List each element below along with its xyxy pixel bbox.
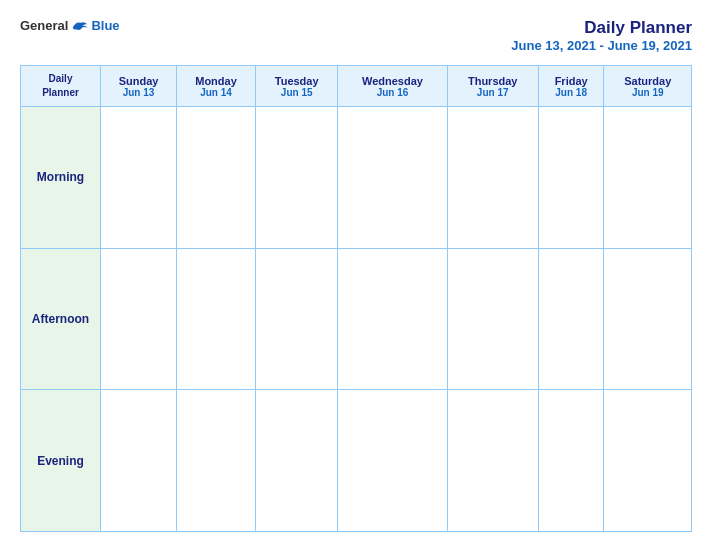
label-header-text: DailyPlanner [42, 73, 79, 98]
morning-label: Morning [21, 107, 101, 249]
calendar-table: DailyPlanner Sunday Jun 13 Monday Jun 14… [20, 65, 692, 532]
thursday-name: Thursday [452, 75, 534, 87]
logo-blue-text: Blue [91, 18, 119, 33]
friday-date: Jun 18 [543, 87, 600, 98]
morning-sunday-cell[interactable] [101, 107, 177, 249]
evening-row: Evening [21, 390, 692, 532]
evening-monday-cell[interactable] [177, 390, 256, 532]
date-range: June 13, 2021 - June 19, 2021 [511, 38, 692, 53]
col-thursday: Thursday Jun 17 [447, 66, 538, 107]
morning-row: Morning [21, 107, 692, 249]
logo-text: General Blue [20, 18, 120, 33]
saturday-name: Saturday [608, 75, 687, 87]
evening-friday-cell[interactable] [538, 390, 604, 532]
logo-bird-icon [71, 19, 89, 33]
page: General Blue Daily Planner June 13, 2021… [0, 0, 712, 550]
header: General Blue Daily Planner June 13, 2021… [20, 18, 692, 53]
col-saturday: Saturday Jun 19 [604, 66, 692, 107]
thursday-date: Jun 17 [452, 87, 534, 98]
afternoon-wednesday-cell[interactable] [338, 248, 447, 390]
afternoon-sunday-cell[interactable] [101, 248, 177, 390]
afternoon-row: Afternoon [21, 248, 692, 390]
evening-wednesday-cell[interactable] [338, 390, 447, 532]
sunday-date: Jun 13 [105, 87, 172, 98]
morning-monday-cell[interactable] [177, 107, 256, 249]
evening-sunday-cell[interactable] [101, 390, 177, 532]
col-sunday: Sunday Jun 13 [101, 66, 177, 107]
evening-thursday-cell[interactable] [447, 390, 538, 532]
page-title: Daily Planner [511, 18, 692, 38]
afternoon-friday-cell[interactable] [538, 248, 604, 390]
tuesday-date: Jun 15 [260, 87, 333, 98]
evening-saturday-cell[interactable] [604, 390, 692, 532]
wednesday-date: Jun 16 [342, 87, 442, 98]
morning-saturday-cell[interactable] [604, 107, 692, 249]
col-friday: Friday Jun 18 [538, 66, 604, 107]
monday-date: Jun 14 [181, 87, 251, 98]
label-header-cell: DailyPlanner [21, 66, 101, 107]
wednesday-name: Wednesday [342, 75, 442, 87]
afternoon-monday-cell[interactable] [177, 248, 256, 390]
col-tuesday: Tuesday Jun 15 [255, 66, 337, 107]
col-monday: Monday Jun 14 [177, 66, 256, 107]
friday-name: Friday [543, 75, 600, 87]
morning-thursday-cell[interactable] [447, 107, 538, 249]
morning-tuesday-cell[interactable] [255, 107, 337, 249]
evening-label: Evening [21, 390, 101, 532]
morning-wednesday-cell[interactable] [338, 107, 447, 249]
tuesday-name: Tuesday [260, 75, 333, 87]
header-row: DailyPlanner Sunday Jun 13 Monday Jun 14… [21, 66, 692, 107]
saturday-date: Jun 19 [608, 87, 687, 98]
monday-name: Monday [181, 75, 251, 87]
afternoon-label: Afternoon [21, 248, 101, 390]
afternoon-saturday-cell[interactable] [604, 248, 692, 390]
logo-area: General Blue [20, 18, 120, 33]
afternoon-tuesday-cell[interactable] [255, 248, 337, 390]
evening-tuesday-cell[interactable] [255, 390, 337, 532]
afternoon-thursday-cell[interactable] [447, 248, 538, 390]
title-area: Daily Planner June 13, 2021 - June 19, 2… [511, 18, 692, 53]
logo-general-text: General [20, 18, 68, 33]
sunday-name: Sunday [105, 75, 172, 87]
col-wednesday: Wednesday Jun 16 [338, 66, 447, 107]
morning-friday-cell[interactable] [538, 107, 604, 249]
